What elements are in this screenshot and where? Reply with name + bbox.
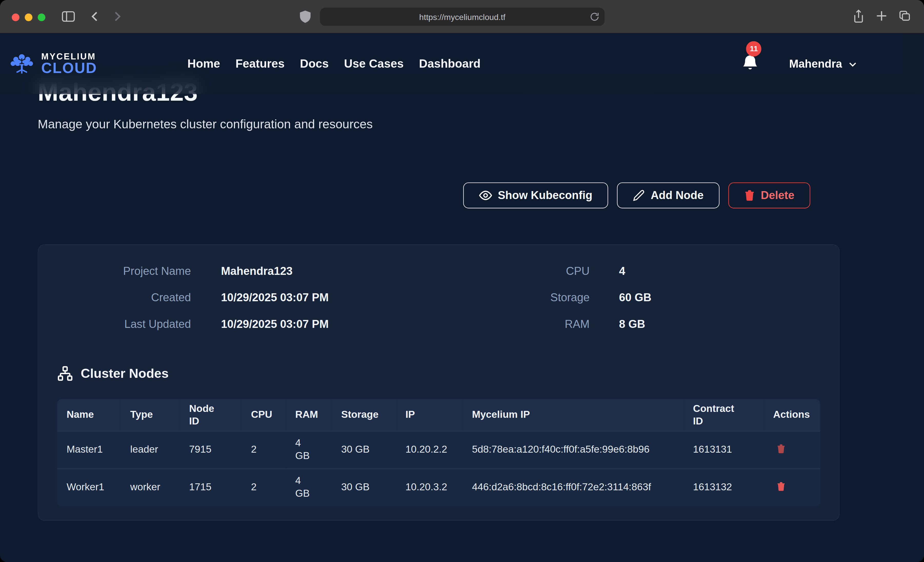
info-row-project-name: Project Name Mahendra123 [57,264,439,279]
add-node-button[interactable]: Add Node [617,182,719,208]
cell-storage: 30 GB [332,431,396,468]
cell-ip: 10.20.3.2 [396,468,463,506]
nodes-table-wrap: Name Type Node ID CPU RAM Storage IP Myc… [57,399,820,506]
new-tab-button[interactable] [876,10,888,22]
brand-logo[interactable]: MYCELIUM CLOUD [8,51,188,76]
nodes-table: Name Type Node ID CPU RAM Storage IP Myc… [57,399,820,506]
trash-icon [777,444,786,454]
close-window-button[interactable] [12,13,20,21]
privacy-shield-button[interactable] [299,10,311,24]
nav-links: Home Features Docs Use Cases Dashboard [188,57,481,71]
webpage: Mahendra123 Manage your Kubernetes clust… [0,34,924,562]
forward-button[interactable] [112,10,123,22]
project-name-label: Project Name [57,264,191,279]
col-header-ip: IP [396,399,463,431]
nav-link-dashboard[interactable]: Dashboard [419,57,481,71]
tab-overview-button[interactable] [898,10,911,22]
browser-window: https://myceliumcloud.tf [0,0,924,562]
eye-icon [479,189,492,202]
col-header-actions: Actions [764,399,820,431]
cell-ram: 4 GB [286,468,332,506]
col-header-contract-id: Contract ID [684,399,764,431]
cell-actions [764,468,820,506]
plus-icon [876,10,888,22]
brand-line-2: CLOUD [41,60,97,76]
info-row-storage: Storage 60 GB [439,290,820,306]
screenshot-stage: https://myceliumcloud.tf [0,0,924,562]
cluster-nodes-section-header: Cluster Nodes [57,366,820,381]
user-menu[interactable]: Mahendra [789,57,857,70]
cell-cpu: 2 [242,431,286,468]
tabs-icon [898,10,911,22]
cpu-value: 4 [619,264,625,279]
url-text: https://myceliumcloud.tf [419,12,506,21]
info-row-created: Created 10/29/2025 03:07 PM [57,290,439,306]
cell-node-id: 1715 [180,468,242,506]
col-header-cpu: CPU [242,399,286,431]
cluster-nodes-title: Cluster Nodes [81,366,169,381]
page-content: Show Kubeconfig Add Node Delete [0,34,924,521]
col-header-mycelium-ip: Mycelium IP [463,399,684,431]
cell-name: Master1 [57,431,121,468]
page-subtitle: Manage your Kubernetes cluster configura… [38,117,373,131]
delete-node-button[interactable] [774,481,788,495]
show-kubeconfig-label: Show Kubeconfig [498,189,592,202]
nav-link-features[interactable]: Features [236,57,285,71]
notifications-button[interactable]: 11 [742,54,759,74]
cpu-label: CPU [439,264,590,279]
show-kubeconfig-button[interactable]: Show Kubeconfig [463,182,608,208]
cell-storage: 30 GB [332,468,396,506]
cell-contract-id: 1613132 [684,468,764,506]
cell-name: Worker1 [57,468,121,506]
sidebar-toggle-button[interactable] [61,10,75,23]
share-icon [852,9,865,23]
share-button[interactable] [852,9,865,23]
ram-value: 8 GB [619,317,645,332]
info-row-cpu: CPU 4 [439,264,820,279]
delete-cluster-button[interactable]: Delete [728,182,810,208]
notification-count-badge: 11 [746,41,762,56]
minimize-window-button[interactable] [25,13,33,21]
nav-link-home[interactable]: Home [188,57,220,71]
col-header-type: Type [121,399,180,431]
shield-icon [299,10,311,24]
col-header-ram: RAM [286,399,332,431]
chevron-right-icon [112,10,123,22]
cluster-info-grid: Project Name Mahendra123 Created 10/29/2… [57,264,820,332]
created-value: 10/29/2025 03:07 PM [221,290,329,306]
cell-mycelium-ip: 5d8:78ea:a120:f40c:ff0f:a5fe:99e6:8b96 [463,431,684,468]
table-header-row: Name Type Node ID CPU RAM Storage IP Myc… [57,399,820,431]
last-updated-value: 10/29/2025 03:07 PM [221,317,329,332]
cluster-details-card: Project Name Mahendra123 Created 10/29/2… [38,244,840,521]
cluster-info-left: Project Name Mahendra123 Created 10/29/2… [57,264,439,332]
navbar-right: 11 Mahendra [742,54,858,74]
cell-cpu: 2 [242,468,286,506]
cell-type: leader [121,431,180,468]
nav-link-use-cases[interactable]: Use Cases [344,57,404,71]
delete-node-button[interactable] [774,442,788,457]
reload-button[interactable] [590,12,599,24]
last-updated-label: Last Updated [57,317,191,332]
storage-value: 60 GB [619,290,651,306]
username-label: Mahendra [789,57,842,70]
zoom-window-button[interactable] [38,13,45,21]
sidebar-icon [61,10,75,23]
pencil-icon [633,190,645,201]
mycelium-logo-icon [8,52,35,76]
address-bar[interactable]: https://myceliumcloud.tf [320,8,605,26]
table-row-worker1: Worker1 worker 1715 2 4 GB 30 GB 10.20.3… [57,468,820,506]
trash-icon [744,190,755,201]
back-button[interactable] [90,10,100,22]
cluster-actions-toolbar: Show Kubeconfig Add Node Delete [38,182,840,208]
info-row-ram: RAM 8 GB [439,317,820,332]
cell-node-id: 7915 [180,431,242,468]
cell-ip: 10.20.2.2 [396,431,463,468]
col-header-node-id: Node ID [180,399,242,431]
info-row-last-updated: Last Updated 10/29/2025 03:07 PM [57,317,439,332]
bell-icon [742,54,759,72]
browser-toolbar: https://myceliumcloud.tf [0,0,924,34]
refresh-icon [590,12,599,22]
delete-label: Delete [760,189,794,202]
cell-type: worker [121,468,180,506]
nav-link-docs[interactable]: Docs [300,57,328,71]
